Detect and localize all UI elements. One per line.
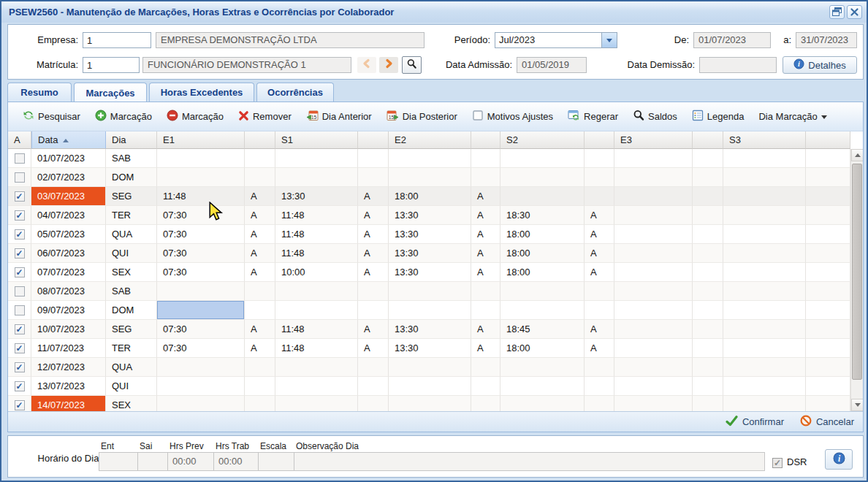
time-cell[interactable] xyxy=(723,320,806,339)
flag-cell[interactable] xyxy=(471,358,500,377)
time-cell[interactable] xyxy=(723,187,806,206)
time-cell[interactable]: 11:48 xyxy=(275,244,358,263)
time-cell[interactable] xyxy=(723,301,806,320)
flag-cell[interactable]: A xyxy=(245,263,275,282)
time-cell[interactable] xyxy=(723,282,806,301)
column-header-a[interactable]: A xyxy=(8,131,31,149)
column-header-blank[interactable] xyxy=(585,131,614,149)
flag-cell[interactable] xyxy=(693,339,723,358)
column-header-dia[interactable]: Dia xyxy=(106,131,157,149)
previous-employee-button[interactable] xyxy=(357,57,376,73)
time-cell[interactable]: 13:30 xyxy=(389,339,471,358)
flag-cell[interactable] xyxy=(585,358,614,377)
flag-cell[interactable] xyxy=(693,149,723,168)
time-cell[interactable] xyxy=(723,263,806,282)
time-cell[interactable] xyxy=(614,396,693,411)
detalhes-button[interactable]: i Detalhes xyxy=(783,56,857,74)
flag-cell[interactable]: A xyxy=(585,225,614,244)
time-cell[interactable] xyxy=(500,301,585,320)
time-cell[interactable]: 11:48 xyxy=(275,206,358,225)
time-cell[interactable] xyxy=(157,301,245,320)
flag-cell[interactable]: A xyxy=(245,244,275,263)
time-cell[interactable] xyxy=(389,149,471,168)
time-cell[interactable] xyxy=(157,377,245,396)
column-header-e3[interactable]: E3 xyxy=(614,131,693,149)
row-checkbox[interactable] xyxy=(15,286,25,297)
time-cell[interactable]: 11:48 xyxy=(275,320,358,339)
flag-cell[interactable] xyxy=(693,206,723,225)
flag-cell[interactable]: A xyxy=(471,244,500,263)
row-checkbox[interactable]: ✓ xyxy=(15,229,25,240)
flag-cell[interactable] xyxy=(358,358,389,377)
time-cell[interactable]: 10:00 xyxy=(275,263,358,282)
date-cell[interactable]: 11/07/2023 xyxy=(31,339,106,358)
adicionar-marcacao-button[interactable]: Marcação xyxy=(88,106,159,128)
day-cell[interactable]: SEG xyxy=(106,320,157,339)
time-cell[interactable] xyxy=(614,187,693,206)
time-cell[interactable] xyxy=(614,339,693,358)
time-cell[interactable]: 18:00 xyxy=(500,339,585,358)
day-cell[interactable]: QUI xyxy=(106,377,157,396)
flag-cell[interactable]: A xyxy=(358,339,389,358)
time-cell[interactable] xyxy=(389,377,471,396)
time-cell[interactable]: 18:30 xyxy=(500,206,585,225)
time-cell[interactable]: 11:48 xyxy=(275,339,358,358)
column-header-e2[interactable]: E2 xyxy=(389,131,471,149)
tab-resumo[interactable]: Resumo xyxy=(7,83,72,102)
time-cell[interactable]: 11:48 xyxy=(157,187,245,206)
row-checkbox[interactable]: ✓ xyxy=(15,381,25,391)
flag-cell[interactable] xyxy=(693,225,723,244)
time-cell[interactable] xyxy=(389,168,471,187)
row-checkbox[interactable]: ✓ xyxy=(15,267,25,278)
flag-cell[interactable] xyxy=(693,282,723,301)
regerar-button[interactable]: Regerar xyxy=(560,106,625,128)
time-cell[interactable]: 07:30 xyxy=(157,339,245,358)
flag-cell[interactable]: A xyxy=(245,187,275,206)
day-cell[interactable]: SAB xyxy=(106,149,157,168)
remover-button[interactable]: Remover xyxy=(231,106,299,128)
time-cell[interactable] xyxy=(614,263,693,282)
flag-cell[interactable] xyxy=(471,168,500,187)
flag-cell[interactable] xyxy=(471,149,500,168)
flag-cell[interactable] xyxy=(693,320,723,339)
search-employee-button[interactable] xyxy=(402,56,422,74)
date-cell[interactable]: 08/07/2023 xyxy=(31,282,106,301)
scrollbar-thumb[interactable] xyxy=(852,164,862,380)
flag-cell[interactable]: A xyxy=(245,206,275,225)
date-cell[interactable]: 14/07/2023 xyxy=(31,396,106,411)
flag-cell[interactable] xyxy=(471,301,500,320)
time-cell[interactable]: 11:48 xyxy=(275,225,358,244)
time-cell[interactable]: 18:00 xyxy=(389,187,471,206)
time-cell[interactable] xyxy=(614,320,693,339)
flag-cell[interactable]: A xyxy=(471,263,500,282)
time-cell[interactable]: 13:30 xyxy=(389,320,471,339)
time-cell[interactable] xyxy=(389,282,471,301)
vertical-scrollbar[interactable] xyxy=(850,149,863,411)
time-cell[interactable] xyxy=(614,301,693,320)
day-cell[interactable]: DOM xyxy=(106,301,157,320)
time-cell[interactable] xyxy=(275,282,358,301)
flag-cell[interactable] xyxy=(358,149,389,168)
next-employee-button[interactable] xyxy=(379,57,398,73)
dsr-checkbox[interactable]: ✓ xyxy=(772,458,783,468)
time-cell[interactable] xyxy=(614,377,693,396)
flag-cell[interactable] xyxy=(693,187,723,206)
time-cell[interactable] xyxy=(275,358,358,377)
time-cell[interactable]: 07:30 xyxy=(157,244,245,263)
time-cell[interactable]: 18:00 xyxy=(500,263,585,282)
column-header-blank[interactable] xyxy=(471,131,500,149)
row-checkbox[interactable]: ✓ xyxy=(15,210,25,221)
matricula-code-input[interactable] xyxy=(83,57,140,73)
flag-cell[interactable]: A xyxy=(585,339,614,358)
time-cell[interactable] xyxy=(723,168,806,187)
flag-cell[interactable] xyxy=(358,168,389,187)
time-cell[interactable] xyxy=(157,358,245,377)
tab-marcacoes[interactable]: Marcações xyxy=(74,83,147,102)
day-cell[interactable]: QUA xyxy=(106,358,157,377)
column-header-blank[interactable] xyxy=(358,131,389,149)
time-cell[interactable] xyxy=(389,301,471,320)
column-header-blank[interactable] xyxy=(693,131,723,149)
flag-cell[interactable] xyxy=(471,377,500,396)
column-header-data[interactable]: Data xyxy=(31,131,106,149)
flag-cell[interactable]: A xyxy=(471,339,500,358)
